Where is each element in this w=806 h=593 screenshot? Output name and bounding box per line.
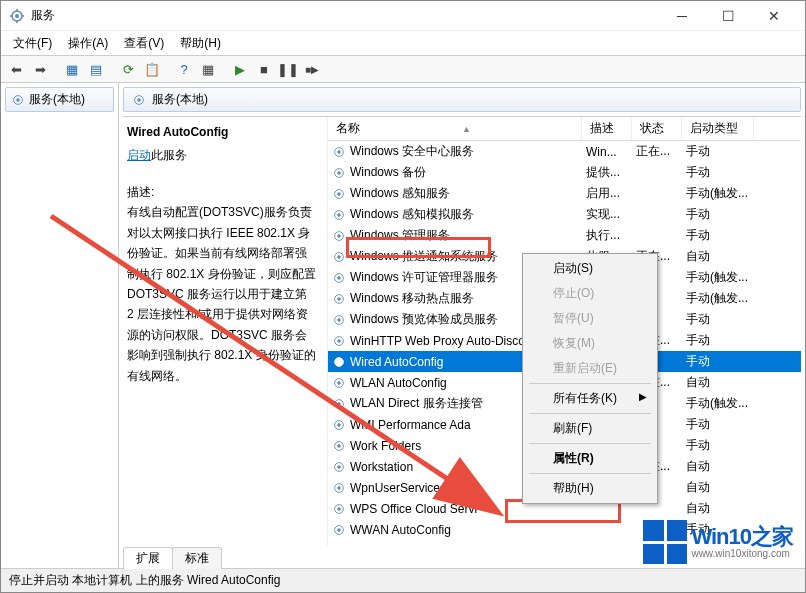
gear-icon xyxy=(332,502,346,516)
cell-name: Windows 备份 xyxy=(350,164,426,181)
cell-type: 手动(触发... xyxy=(682,269,754,286)
gear-icon xyxy=(11,93,25,107)
tab-extended[interactable]: 扩展 xyxy=(123,547,173,569)
svg-point-11 xyxy=(337,150,341,154)
cell-type: 手动 xyxy=(682,143,754,160)
ctx-help[interactable]: 帮助(H) xyxy=(525,476,655,501)
col-type[interactable]: 启动类型 xyxy=(682,117,754,140)
submenu-arrow-icon: ▶ xyxy=(639,391,647,402)
cell-name: WLAN Direct 服务连接管 xyxy=(350,395,483,412)
list-pane: 服务(本地) Wired AutoConfig 启动此服务 描述: 有线自动配置… xyxy=(119,83,805,568)
start-service-button[interactable]: ▶ xyxy=(229,58,251,80)
back-button[interactable]: ⬅ xyxy=(5,58,27,80)
cell-type: 手动 xyxy=(682,227,754,244)
cell-name: Windows 感知模拟服务 xyxy=(350,206,474,223)
menu-view[interactable]: 查看(V) xyxy=(116,33,172,54)
ctx-refresh[interactable]: 刷新(F) xyxy=(525,416,655,441)
cell-type: 手动(触发... xyxy=(682,290,754,307)
gear-icon xyxy=(332,481,346,495)
forward-button[interactable]: ➡ xyxy=(29,58,51,80)
desc-text: 有线自动配置(DOT3SVC)服务负责对以太网接口执行 IEEE 802.1X … xyxy=(127,202,317,386)
props2-button[interactable]: ▦ xyxy=(197,58,219,80)
cell-type: 自动 xyxy=(682,479,754,496)
cell-name: WpnUserService_1ff0c xyxy=(350,481,473,495)
show-hide-button[interactable]: ▦ xyxy=(61,58,83,80)
gear-icon xyxy=(132,93,146,107)
gear-icon xyxy=(332,292,346,306)
cell-name: Windows 移动热点服务 xyxy=(350,290,474,307)
desc-label: 描述: xyxy=(127,182,317,202)
list-title: 服务(本地) xyxy=(152,91,208,108)
table-row[interactable]: Windows 感知模拟服务实现...手动 xyxy=(328,204,801,225)
cell-name: Windows 安全中心服务 xyxy=(350,143,474,160)
svg-point-21 xyxy=(337,255,341,259)
table-row[interactable]: Windows 备份提供...手动 xyxy=(328,162,801,183)
tree-item-services-local[interactable]: 服务(本地) xyxy=(5,87,114,112)
svg-point-25 xyxy=(337,297,341,301)
gear-icon xyxy=(332,166,346,180)
svg-point-7 xyxy=(16,98,20,102)
svg-point-33 xyxy=(337,381,341,385)
tab-standard[interactable]: 标准 xyxy=(172,547,222,569)
ctx-start[interactable]: 启动(S) xyxy=(525,256,655,281)
restart-service-button[interactable]: ■▶ xyxy=(301,58,323,80)
export-button[interactable]: 📋 xyxy=(141,58,163,80)
col-status[interactable]: 状态 xyxy=(632,117,682,140)
cell-type: 手动 xyxy=(682,206,754,223)
ctx-restart: 重新启动(E) xyxy=(525,356,655,381)
svg-point-47 xyxy=(337,528,341,532)
col-desc[interactable]: 描述 xyxy=(582,117,632,140)
table-row[interactable]: Windows 管理服务执行...手动 xyxy=(328,225,801,246)
gear-icon xyxy=(332,334,346,348)
ctx-all-tasks[interactable]: 所有任务(K)▶ xyxy=(525,386,655,411)
cell-type: 自动 xyxy=(682,458,754,475)
cell-status: 正在... xyxy=(632,143,682,160)
cell-name: WWAN AutoConfig xyxy=(350,523,451,537)
cell-type: 手动(触发... xyxy=(682,185,754,202)
cell-type: 手动 xyxy=(682,353,754,370)
tree-item-label: 服务(本地) xyxy=(29,91,85,108)
watermark-url: www.win10xitong.com xyxy=(691,548,789,559)
close-button[interactable]: ✕ xyxy=(751,1,797,31)
properties-button[interactable]: ▤ xyxy=(85,58,107,80)
svg-point-29 xyxy=(337,339,341,343)
menu-action[interactable]: 操作(A) xyxy=(60,33,116,54)
gear-icon xyxy=(332,376,346,390)
cell-name: Windows 管理服务 xyxy=(350,227,450,244)
cell-name: Wired AutoConfig xyxy=(350,355,443,369)
column-headers: 名称▲ 描述 状态 启动类型 xyxy=(328,117,801,141)
help-button[interactable]: ? xyxy=(173,58,195,80)
context-menu: 启动(S) 停止(O) 暂停(U) 恢复(M) 重新启动(E) 所有任务(K)▶… xyxy=(522,253,658,504)
cell-type: 手动 xyxy=(682,164,754,181)
gear-icon xyxy=(332,439,346,453)
start-suffix: 此服务 xyxy=(151,148,187,162)
cell-desc: 实现... xyxy=(582,206,632,223)
col-name[interactable]: 名称▲ xyxy=(328,117,582,140)
cell-type: 自动 xyxy=(682,248,754,265)
svg-point-15 xyxy=(337,192,341,196)
gear-icon xyxy=(332,418,346,432)
ctx-stop: 停止(O) xyxy=(525,281,655,306)
stop-service-button[interactable]: ■ xyxy=(253,58,275,80)
svg-point-37 xyxy=(337,423,341,427)
maximize-button[interactable]: ☐ xyxy=(705,1,751,31)
table-row[interactable]: Windows 感知服务启用...手动(触发... xyxy=(328,183,801,204)
refresh-button[interactable]: ⟳ xyxy=(117,58,139,80)
watermark: Win10之家 www.win10xitong.com xyxy=(643,520,793,564)
cell-desc: 提供... xyxy=(582,164,632,181)
svg-point-23 xyxy=(337,276,341,280)
gear-icon xyxy=(332,229,346,243)
menubar: 文件(F) 操作(A) 查看(V) 帮助(H) xyxy=(1,31,805,55)
ctx-resume: 恢复(M) xyxy=(525,331,655,356)
ctx-properties[interactable]: 属性(R) xyxy=(525,446,655,471)
menu-file[interactable]: 文件(F) xyxy=(5,33,60,54)
menu-help[interactable]: 帮助(H) xyxy=(172,33,229,54)
svg-point-43 xyxy=(337,486,341,490)
pause-service-button[interactable]: ❚❚ xyxy=(277,58,299,80)
gear-icon xyxy=(332,250,346,264)
table-row[interactable]: Windows 安全中心服务Win...正在...手动 xyxy=(328,141,801,162)
cell-desc: 启用... xyxy=(582,185,632,202)
statusbar: 停止并启动 本地计算机 上的服务 Wired AutoConfig xyxy=(1,568,805,592)
minimize-button[interactable]: ─ xyxy=(659,1,705,31)
start-link[interactable]: 启动 xyxy=(127,148,151,162)
